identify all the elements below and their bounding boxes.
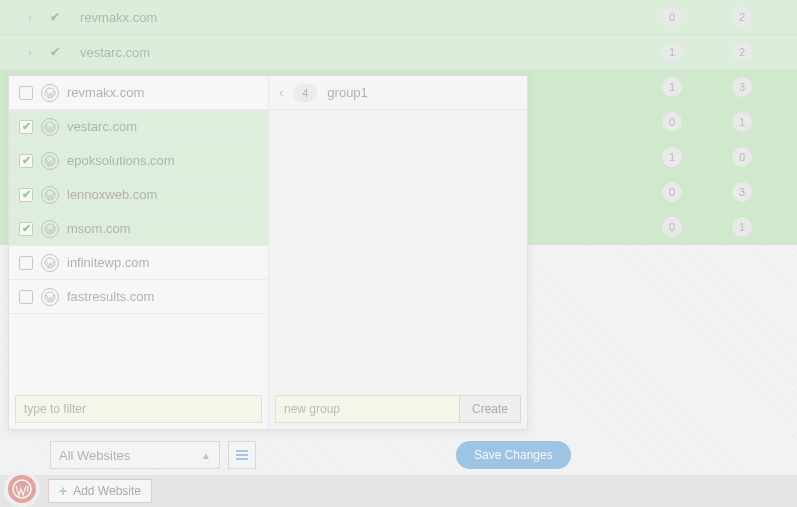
group-name: group1: [327, 85, 367, 100]
plus-icon: +: [59, 483, 67, 499]
list-item[interactable]: fastresults.com: [9, 280, 268, 314]
dropdown-value: All Websites: [59, 448, 130, 463]
site-list: revmakx.com✔vestarc.com✔epoksolutions.co…: [9, 76, 268, 389]
site-checkbox[interactable]: [19, 256, 33, 270]
count-badge: 1: [732, 217, 752, 237]
site-name: epoksolutions.com: [67, 153, 175, 168]
group-header: ‹ 4 group1: [269, 76, 527, 110]
count-badge: 1: [662, 147, 682, 167]
wordpress-icon: [41, 186, 59, 204]
row-site-name: revmakx.com: [70, 10, 637, 25]
chevron-up-icon: ▲: [201, 450, 211, 461]
site-name: lennoxweb.com: [67, 187, 157, 202]
site-checkbox[interactable]: ✔: [19, 154, 33, 168]
filter-input[interactable]: [15, 395, 262, 423]
site-name: vestarc.com: [67, 119, 137, 134]
list-view-icon[interactable]: [228, 441, 256, 469]
count-badge: 0: [662, 7, 682, 27]
expand-icon[interactable]: ›: [20, 46, 40, 58]
svg-rect-8: [236, 454, 248, 456]
add-website-button[interactable]: + Add Website: [48, 479, 152, 503]
count-badge: 2: [732, 7, 752, 27]
table-row[interactable]: ›✔vestarc.com12: [0, 35, 797, 70]
site-checkbox[interactable]: [19, 86, 33, 100]
count-badge: 0: [662, 112, 682, 132]
count-badge: 0: [662, 182, 682, 202]
sites-dropdown[interactable]: All Websites ▲: [50, 441, 220, 469]
wordpress-icon: [41, 84, 59, 102]
count-badge: 1: [662, 77, 682, 97]
site-name: infinitewp.com: [67, 255, 149, 270]
save-changes-button[interactable]: Save Changes: [456, 441, 571, 469]
list-item[interactable]: infinitewp.com: [9, 246, 268, 280]
count-badge: 3: [732, 182, 752, 202]
popup-right-panel: ‹ 4 group1 Create: [269, 76, 527, 429]
wordpress-icon: [41, 152, 59, 170]
group-body: [269, 110, 527, 389]
site-checkbox[interactable]: ✔: [19, 120, 33, 134]
new-group-input[interactable]: [275, 395, 459, 423]
add-website-label: Add Website: [73, 484, 141, 498]
row-site-name: vestarc.com: [70, 45, 637, 60]
row-checkbox[interactable]: ✔: [40, 10, 70, 24]
count-badge: 0: [662, 217, 682, 237]
row-checkbox[interactable]: ✔: [40, 45, 70, 59]
table-row[interactable]: ›✔revmakx.com02: [0, 0, 797, 35]
list-item[interactable]: ✔vestarc.com: [9, 110, 268, 144]
count-badge: 3: [732, 77, 752, 97]
site-name: revmakx.com: [67, 85, 144, 100]
site-name: fastresults.com: [67, 289, 154, 304]
wordpress-icon: [41, 118, 59, 136]
expand-icon[interactable]: ›: [20, 11, 40, 23]
wordpress-logo-icon[interactable]: [4, 471, 40, 507]
list-item[interactable]: ✔lennoxweb.com: [9, 178, 268, 212]
site-name: msom.com: [67, 221, 131, 236]
count-badge: 1: [732, 112, 752, 132]
site-checkbox[interactable]: ✔: [19, 222, 33, 236]
group-count-badge: 4: [293, 84, 317, 102]
bottom-bar: All Websites ▲ Save Changes: [0, 435, 797, 475]
wordpress-icon: [41, 254, 59, 272]
list-item[interactable]: revmakx.com: [9, 76, 268, 110]
count-badge: 2: [732, 42, 752, 62]
svg-rect-7: [236, 450, 248, 452]
list-item[interactable]: ✔epoksolutions.com: [9, 144, 268, 178]
site-checkbox[interactable]: ✔: [19, 188, 33, 202]
wordpress-icon: [41, 220, 59, 238]
count-badge: 1: [662, 42, 682, 62]
svg-rect-9: [236, 458, 248, 460]
site-checkbox[interactable]: [19, 290, 33, 304]
count-badge: 0: [732, 147, 752, 167]
back-icon[interactable]: ‹: [279, 85, 283, 100]
popup-left-panel: revmakx.com✔vestarc.com✔epoksolutions.co…: [9, 76, 269, 429]
site-group-popup: revmakx.com✔vestarc.com✔epoksolutions.co…: [8, 75, 528, 430]
wordpress-icon: [41, 288, 59, 306]
footer-bar: + Add Website: [0, 475, 797, 507]
create-button[interactable]: Create: [459, 395, 521, 423]
list-item[interactable]: ✔msom.com: [9, 212, 268, 246]
